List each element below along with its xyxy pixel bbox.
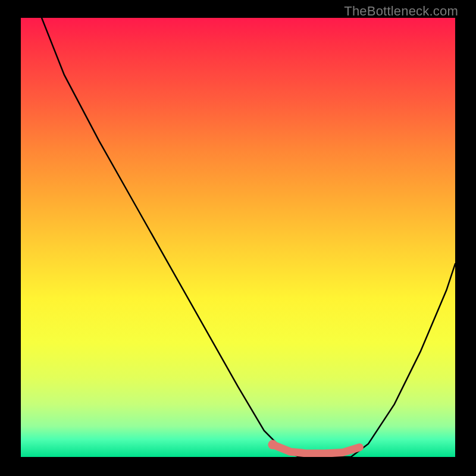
plot-area	[21, 18, 455, 457]
watermark-text: TheBottleneck.com	[344, 4, 458, 19]
chart-svg	[21, 18, 455, 457]
optimal-point-marker	[268, 440, 277, 449]
optimal-range-highlight	[273, 444, 359, 453]
bottleneck-curve	[38, 18, 455, 457]
chart-frame: TheBottleneck.com	[0, 0, 476, 476]
